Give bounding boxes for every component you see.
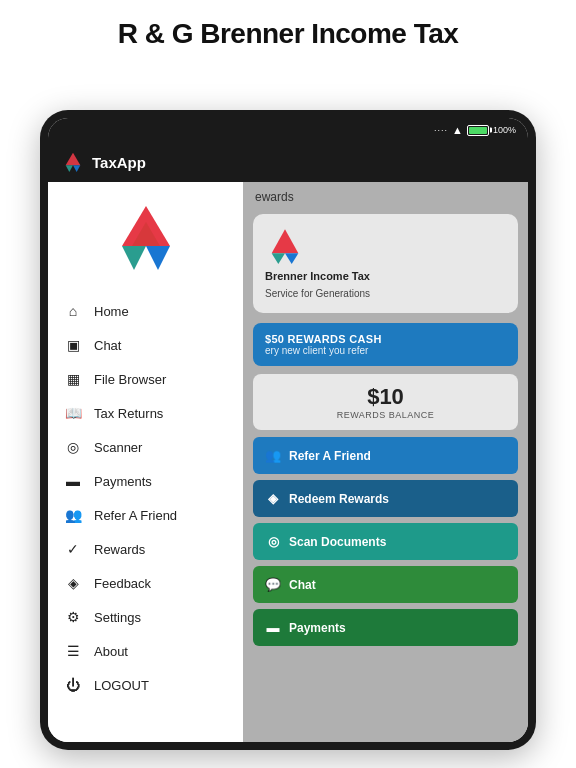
refer-friend-label: Refer A Friend [289,449,371,463]
sidebar-item-scanner[interactable]: ◎ Scanner [48,430,243,464]
sidebar-label-logout: LOGOUT [94,678,149,693]
payments-button[interactable]: ▬ Payments [253,609,518,646]
chat-btn-icon: 💬 [265,577,281,592]
rewards-banner: $50 REWARDS CASH ery new client you refe… [253,323,518,366]
chat-button[interactable]: 💬 Chat [253,566,518,603]
sidebar-label-scanner: Scanner [94,440,142,455]
brand-name: Brenner Income Tax [265,270,506,282]
rewards-balance-label: REWARDS BALANCE [265,410,506,420]
brand-card: Brenner Income Tax Service for Generatio… [253,214,518,313]
redeem-rewards-label: Redeem Rewards [289,492,389,506]
sidebar-item-tax-returns[interactable]: 📖 Tax Returns [48,396,243,430]
payments-icon: ▬ [64,473,82,489]
sidebar-label-home: Home [94,304,129,319]
rewards-section-label: ewards [243,182,528,208]
content-panel: ewards Brenner Income Tax Service for Ge… [243,182,528,742]
sidebar-item-feedback[interactable]: ◈ Feedback [48,566,243,600]
svg-marker-4 [122,246,146,270]
sidebar-logo-icon [106,202,186,274]
sidebar-label-rewards: Rewards [94,542,145,557]
wifi-icon: ▲ [452,124,463,136]
scanner-icon: ◎ [64,439,82,455]
nav-logo-icon [62,151,84,173]
sidebar-item-settings[interactable]: ⚙ Settings [48,600,243,634]
sidebar-label-tax-returns: Tax Returns [94,406,163,421]
about-icon: ☰ [64,643,82,659]
svg-marker-5 [146,246,170,270]
svg-marker-0 [66,153,81,165]
brand-card-row [265,228,506,264]
sidebar-label-file-browser: File Browser [94,372,166,387]
rewards-icon: ✓ [64,541,82,557]
sidebar-item-home[interactable]: ⌂ Home [48,294,243,328]
sidebar-item-rewards[interactable]: ✓ Rewards [48,532,243,566]
chat-button-label: Chat [289,578,316,592]
refer-icon: 👥 [64,507,82,523]
file-browser-icon: ▦ [64,371,82,387]
scan-documents-button[interactable]: ◎ Scan Documents [253,523,518,560]
battery-icon [467,125,489,136]
sidebar-item-about[interactable]: ☰ About [48,634,243,668]
brand-tagline: Service for Generations [265,288,506,299]
sidebar-item-chat[interactable]: ▣ Chat [48,328,243,362]
svg-marker-7 [272,229,299,253]
svg-marker-8 [272,253,285,264]
device-screen: ···· ▲ 100% TaxApp [48,118,528,742]
scan-documents-label: Scan Documents [289,535,386,549]
sidebar-item-payments[interactable]: ▬ Payments [48,464,243,498]
sidebar-label-about: About [94,644,128,659]
refer-icon: 👥 [265,448,281,463]
svg-marker-9 [285,253,298,264]
sidebar: ⌂ Home ▣ Chat ▦ File Browser 📖 Tax Retur… [48,182,243,742]
feedback-icon: ◈ [64,575,82,591]
sidebar-label-feedback: Feedback [94,576,151,591]
home-icon: ⌂ [64,303,82,319]
device-frame: ···· ▲ 100% TaxApp [40,110,536,750]
rewards-amount: $10 [265,384,506,410]
settings-icon: ⚙ [64,609,82,625]
payments-button-label: Payments [289,621,346,635]
battery-label: 100% [493,125,516,135]
sidebar-label-settings: Settings [94,610,141,625]
status-bar: ···· ▲ 100% [48,118,528,142]
svg-marker-2 [73,165,80,172]
payments-btn-icon: ▬ [265,620,281,635]
nav-title: TaxApp [92,154,146,171]
signal-icon: ···· [434,125,448,135]
redeem-icon: ◈ [265,491,281,506]
scan-icon: ◎ [265,534,281,549]
sidebar-label-payments: Payments [94,474,152,489]
nav-bar: TaxApp [48,142,528,182]
main-content: ⌂ Home ▣ Chat ▦ File Browser 📖 Tax Retur… [48,182,528,742]
sidebar-item-logout[interactable]: ⏻ LOGOUT [48,668,243,702]
brand-logo-icon [265,228,305,264]
page-title: R & G Brenner Income Tax [0,0,576,64]
sidebar-nav: ⌂ Home ▣ Chat ▦ File Browser 📖 Tax Retur… [48,290,243,742]
tax-returns-icon: 📖 [64,405,82,421]
rewards-banner-title: $50 REWARDS CASH [265,333,506,345]
rewards-balance-card: $10 REWARDS BALANCE [253,374,518,430]
sidebar-item-file-browser[interactable]: ▦ File Browser [48,362,243,396]
logout-icon: ⏻ [64,677,82,693]
rewards-banner-sub: ery new client you refer [265,345,506,356]
sidebar-label-chat: Chat [94,338,121,353]
sidebar-item-refer-a-friend[interactable]: 👥 Refer A Friend [48,498,243,532]
refer-friend-button[interactable]: 👥 Refer A Friend [253,437,518,474]
sidebar-logo [48,182,243,290]
sidebar-label-refer: Refer A Friend [94,508,177,523]
chat-icon: ▣ [64,337,82,353]
redeem-rewards-button[interactable]: ◈ Redeem Rewards [253,480,518,517]
svg-marker-1 [66,165,73,172]
